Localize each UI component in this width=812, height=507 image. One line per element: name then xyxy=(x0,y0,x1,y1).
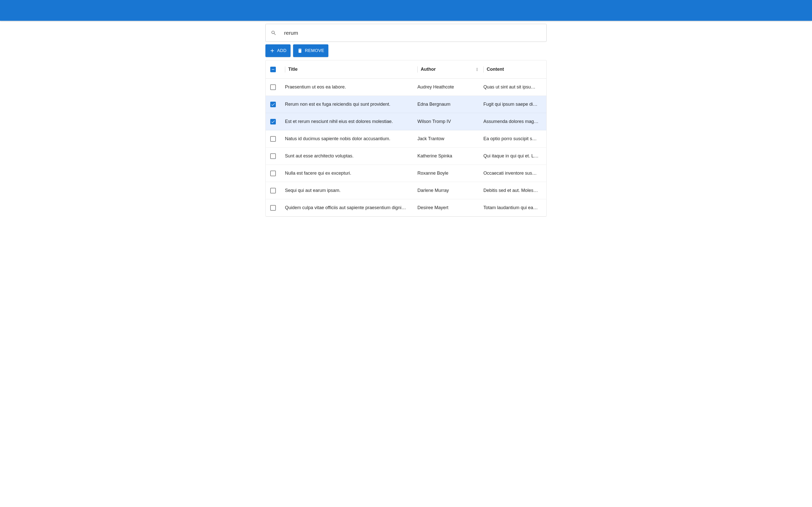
table-row[interactable]: Rerum non est ex fuga reiciendis qui sun… xyxy=(266,96,546,113)
data-grid: Title Author Content Praesentium ut eos … xyxy=(265,60,547,217)
row-checkbox[interactable] xyxy=(270,171,276,176)
remove-button-label: REMOVE xyxy=(305,48,324,53)
column-menu-icon[interactable] xyxy=(475,67,479,72)
column-divider xyxy=(417,66,418,72)
cell-title: Sequi qui aut earum ipsam. xyxy=(285,188,417,193)
column-header-label: Title xyxy=(288,67,298,72)
table-row[interactable]: Sequi qui aut earum ipsam.Darlene Murray… xyxy=(266,182,546,199)
cell-author: Katherine Spinka xyxy=(417,153,484,159)
column-header-title[interactable]: Title xyxy=(285,66,417,72)
column-divider xyxy=(285,66,285,72)
grid-header-row: Title Author Content xyxy=(266,60,546,78)
row-checkbox[interactable] xyxy=(270,205,276,211)
search-icon xyxy=(271,30,276,36)
search-input[interactable] xyxy=(284,30,541,36)
cell-title: Rerum non est ex fuga reiciendis qui sun… xyxy=(285,102,417,107)
cell-content: Ea optio porro suscipit sun… xyxy=(484,136,542,142)
table-row[interactable]: Praesentium ut eos ea labore.Audrey Heat… xyxy=(266,78,546,96)
app-topbar xyxy=(0,0,812,21)
add-button-label: ADD xyxy=(277,48,287,53)
cell-title: Quidem culpa vitae officiis aut sapiente… xyxy=(285,205,417,210)
cell-content: Qui itaque in qui qui et. La… xyxy=(484,153,542,159)
column-header-label: Content xyxy=(487,67,504,72)
row-checkbox[interactable] xyxy=(270,153,276,159)
row-checkbox[interactable] xyxy=(270,102,276,107)
cell-title: Nulla est facere qui ex excepturi. xyxy=(285,171,417,176)
search-box[interactable] xyxy=(265,24,547,42)
row-checkbox[interactable] xyxy=(270,119,276,124)
plus-icon xyxy=(269,48,275,54)
cell-author: Darlene Murray xyxy=(417,188,484,193)
table-row[interactable]: Est et rerum nesciunt nihil eius est dol… xyxy=(266,113,546,130)
cell-title: Sunt aut esse architecto voluptas. xyxy=(285,153,417,159)
indeterminate-icon xyxy=(271,67,275,72)
row-checkbox[interactable] xyxy=(270,84,276,90)
check-icon xyxy=(271,119,275,124)
column-header-content[interactable]: Content xyxy=(484,66,542,72)
table-row[interactable]: Nulla est facere qui ex excepturi.Roxann… xyxy=(266,165,546,182)
row-checkbox[interactable] xyxy=(270,188,276,193)
table-row[interactable]: Sunt aut esse architecto voluptas.Kather… xyxy=(266,148,546,165)
cell-content: Fugit qui ipsum saepe dig… xyxy=(484,102,542,107)
cell-content: Totam laudantium qui ea u… xyxy=(484,205,542,210)
cell-author: Desiree Mayert xyxy=(417,205,484,210)
cell-content: Assumenda dolores magn… xyxy=(484,119,542,124)
table-row[interactable]: Natus id ducimus sapiente nobis dolor ac… xyxy=(266,130,546,148)
cell-title: Praesentium ut eos ea labore. xyxy=(285,84,417,90)
trash-icon xyxy=(297,48,303,54)
toolbar: ADD REMOVE xyxy=(265,44,547,57)
table-row[interactable]: Quidem culpa vitae officiis aut sapiente… xyxy=(266,199,546,217)
cell-author: Jack Trantow xyxy=(417,136,484,142)
cell-content: Quas ut sint aut sit ipsum … xyxy=(484,84,542,90)
column-header-author[interactable]: Author xyxy=(417,66,484,72)
remove-button[interactable]: REMOVE xyxy=(293,44,328,57)
cell-content: Occaecati inventore susci… xyxy=(484,171,542,176)
select-all-checkbox[interactable] xyxy=(270,67,276,72)
row-checkbox[interactable] xyxy=(270,136,276,142)
add-button[interactable]: ADD xyxy=(265,44,291,57)
cell-title: Est et rerum nesciunt nihil eius est dol… xyxy=(285,119,417,124)
cell-title: Natus id ducimus sapiente nobis dolor ac… xyxy=(285,136,417,142)
grid-body: Praesentium ut eos ea labore.Audrey Heat… xyxy=(266,78,546,217)
column-header-label: Author xyxy=(421,67,436,72)
cell-author: Audrey Heathcote xyxy=(417,84,484,90)
cell-author: Wilson Tromp IV xyxy=(417,119,484,124)
cell-author: Roxanne Boyle xyxy=(417,171,484,176)
check-icon xyxy=(271,102,275,107)
cell-content: Debitis sed et aut. Molesti… xyxy=(484,188,542,193)
cell-author: Edna Bergnaum xyxy=(417,102,484,107)
